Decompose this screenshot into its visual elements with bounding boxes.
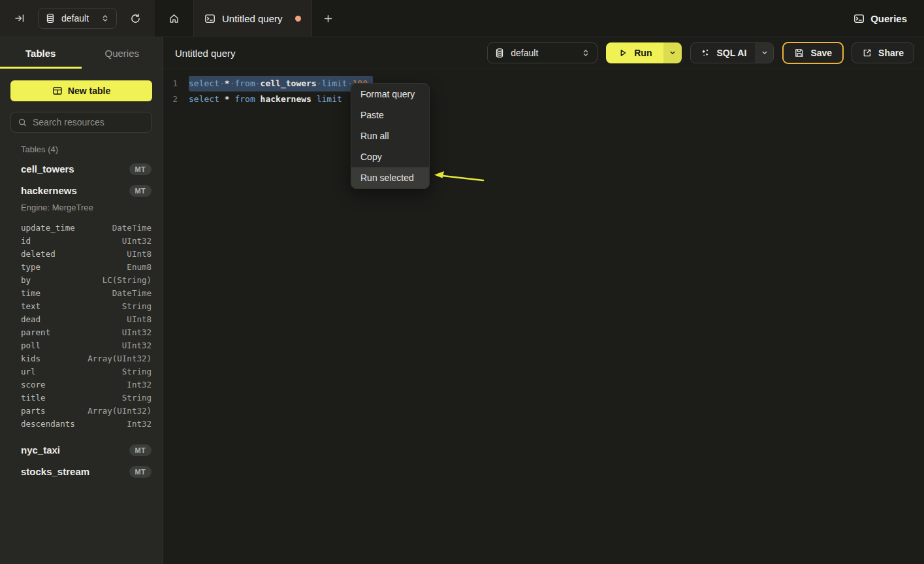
sql-ai-button-group: SQL AI: [690, 42, 774, 63]
column-type: UInt8: [127, 314, 151, 324]
column-row: typeEnum8: [21, 260, 151, 273]
app-window: default: [0, 0, 924, 564]
column-name: text: [21, 301, 122, 311]
engine-badge: MT: [129, 163, 151, 175]
table-name: hackernews: [21, 185, 129, 196]
column-name: deleted: [21, 249, 127, 259]
code-text: select * from hackernews limit: [189, 91, 342, 107]
column-row: partsArray(UInt32): [21, 404, 151, 417]
run-button-group: Run: [606, 42, 682, 63]
new-table-button[interactable]: New table: [10, 80, 152, 101]
column-row: parentUInt32: [21, 325, 151, 339]
query-database-value: default: [511, 48, 575, 58]
table-name: stocks_stream: [21, 466, 129, 477]
column-row: deletedUInt8: [21, 247, 151, 260]
search-box: [10, 112, 152, 133]
chevron-up-down-icon: [101, 14, 110, 23]
query-toolbar: Untitled query default: [163, 37, 924, 69]
engine-badge: MT: [129, 466, 151, 478]
new-tab-button[interactable]: [312, 9, 343, 27]
share-button[interactable]: Share: [852, 42, 914, 63]
table-engine-label: Engine: MergeTree: [21, 203, 163, 214]
run-options-button[interactable]: [663, 42, 682, 63]
column-type: String: [122, 393, 151, 403]
table-row[interactable]: nyc_taxiMT: [0, 439, 163, 461]
top-bar-left-section: default: [0, 0, 155, 37]
chevron-up-down-icon: [581, 48, 590, 58]
column-type: Enum8: [127, 262, 151, 272]
run-button[interactable]: Run: [606, 42, 663, 63]
column-type: DateTime: [112, 223, 151, 233]
menu-item-run-all[interactable]: Run all: [351, 125, 429, 146]
column-name: url: [21, 367, 122, 376]
tab-untitled-query[interactable]: Untitled query: [193, 0, 312, 37]
column-row: deadUInt8: [21, 312, 151, 325]
annotation-arrow: [431, 169, 490, 187]
table-row[interactable]: cell_towersMT: [0, 158, 163, 180]
engine-badge: MT: [129, 185, 151, 197]
tables-section-label: Tables (4): [21, 144, 163, 154]
column-name: poll: [21, 340, 122, 350]
column-name: parts: [21, 406, 88, 416]
column-name: score: [21, 380, 127, 390]
top-bar: default: [0, 0, 924, 37]
sidebar-tabs: Tables Queries: [0, 37, 163, 69]
table-grid-icon: [52, 86, 63, 96]
save-icon: [794, 48, 805, 58]
table-name: cell_towers: [21, 163, 129, 174]
column-name: kids: [21, 354, 88, 363]
column-name: type: [21, 262, 127, 272]
column-type: UInt32: [122, 327, 151, 337]
unsaved-changes-dot: [295, 16, 301, 22]
search-input[interactable]: [33, 117, 145, 127]
menu-item-run-selected[interactable]: Run selected: [351, 167, 429, 188]
home-button[interactable]: [155, 0, 193, 37]
table-row[interactable]: hackernewsMT: [0, 180, 163, 201]
editor-line[interactable]: 1select·*·from·cell_towers·limit·100·: [163, 76, 924, 91]
queries-button[interactable]: Queries: [853, 13, 907, 24]
queries-button-label: Queries: [870, 13, 907, 24]
line-number: 2: [163, 91, 183, 107]
menu-item-format-query[interactable]: Format query: [351, 84, 429, 105]
menu-item-copy[interactable]: Copy: [351, 146, 429, 167]
sidebar-tab-tables[interactable]: Tables: [0, 37, 82, 69]
query-title: Untitled query: [175, 48, 236, 59]
column-row: descendantsInt32: [21, 417, 151, 430]
tables-list: cell_towersMThackernewsMTEngine: MergeTr…: [0, 158, 163, 482]
chevron-down-icon: [669, 49, 677, 57]
engine-badge: MT: [129, 444, 151, 456]
column-type: UInt32: [122, 236, 151, 246]
query-database-selector[interactable]: default: [487, 42, 597, 63]
column-row: update_timeDateTime: [21, 221, 151, 234]
column-type: DateTime: [112, 288, 151, 298]
column-name: dead: [21, 314, 127, 324]
column-type: LC(String): [103, 275, 151, 285]
column-type: Array(UInt32): [88, 354, 151, 363]
sql-editor[interactable]: 1select·*·from·cell_towers·limit·100·2se…: [163, 69, 924, 564]
menu-item-paste[interactable]: Paste: [351, 105, 429, 125]
run-button-label: Run: [634, 48, 652, 58]
columns-list: update_timeDateTimeidUInt32deletedUInt8t…: [0, 221, 163, 434]
column-name: id: [21, 236, 122, 246]
editor-line[interactable]: 2select * from hackernews limit: [163, 91, 924, 107]
new-table-label: New table: [68, 86, 110, 96]
column-type: String: [122, 367, 151, 376]
sidebar-tab-queries[interactable]: Queries: [82, 37, 163, 69]
database-selector-value: default: [61, 13, 95, 24]
column-type: Int32: [127, 380, 151, 390]
save-button[interactable]: Save: [782, 42, 844, 64]
sql-ai-button[interactable]: SQL AI: [691, 43, 756, 63]
table-row[interactable]: stocks_streamMT: [0, 461, 163, 482]
column-name: by: [21, 275, 103, 285]
sidebar-toggle-button[interactable]: [10, 9, 29, 27]
line-number: 1: [163, 76, 183, 91]
terminal-icon: [853, 13, 865, 24]
sql-ai-label: SQL AI: [716, 48, 746, 58]
sql-ai-options-button[interactable]: [756, 43, 773, 63]
refresh-button[interactable]: [126, 9, 144, 27]
database-icon: [45, 13, 56, 24]
database-selector[interactable]: default: [38, 8, 117, 29]
active-tab-underline: [0, 67, 82, 69]
share-external-link-icon: [862, 48, 872, 58]
column-row: pollUInt32: [21, 339, 151, 352]
